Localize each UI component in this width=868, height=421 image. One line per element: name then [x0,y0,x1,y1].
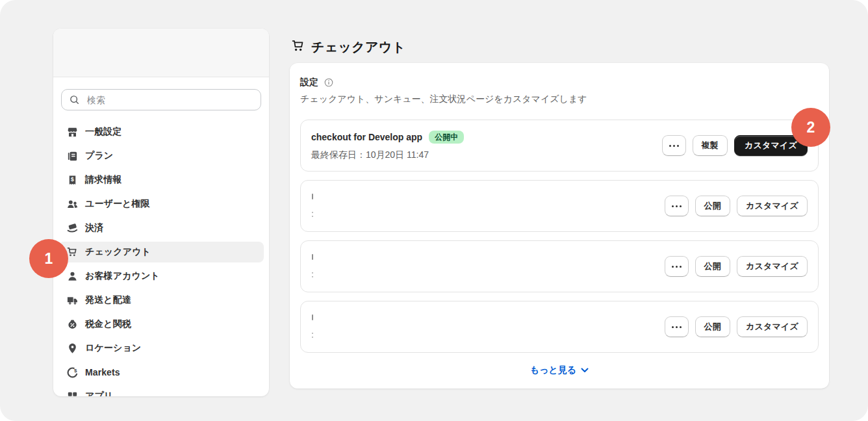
sidebar-item-label: プラン [85,150,113,162]
search-input[interactable] [61,89,261,110]
customize-button[interactable]: カスタマイズ [737,256,808,277]
redacted-text-mark [312,254,313,260]
last-saved-date: 最終保存日：10月20日 11:47 [311,149,464,161]
settings-sidebar: 一般設定 プラン $ 請求情報 ユーザーと権限 [53,29,269,396]
checkout-settings-card: 設定 チェックアウト、サンキュー、注文状況ページをカスタマイズします check… [290,63,829,389]
sidebar-item-customer-accounts[interactable]: お客様アカウント [58,266,264,287]
show-more-label: もっと見る [530,364,576,376]
checkout-profiles-list: checkout for Develop app 公開中 最終保存日：10月20… [300,120,819,353]
ellipsis-icon [672,266,674,268]
customize-button[interactable]: カスタマイズ [737,316,808,337]
ellipsis-icon [669,145,671,147]
section-subtitle: チェックアウト、サンキュー、注文状況ページをカスタマイズします [300,92,819,105]
checkout-profile-row: 公開 カスタマイズ [300,301,819,353]
apps-icon [66,390,79,397]
profile-name: checkout for Develop app [311,132,422,142]
redacted-text-mark [312,212,313,220]
ellipsis-icon [672,205,674,207]
sidebar-item-checkout[interactable]: チェックアウト [58,242,264,262]
status-badge: 公開中 [429,131,464,144]
sidebar-item-apps[interactable]: アプリ [58,386,264,396]
redacted-text-mark [312,314,313,320]
customize-button[interactable]: カスタマイズ [737,196,808,216]
store-header [53,29,269,77]
publish-button[interactable]: 公開 [695,196,730,216]
store-icon [66,126,79,138]
billing-icon: $ [66,174,79,186]
annotation-step-1: 1 [29,239,68,278]
sidebar-item-label: 一般設定 [85,126,121,138]
more-menu-button[interactable] [665,196,689,216]
redacted-text-mark [312,194,313,199]
sidebar-item-locations[interactable]: ロケーション [58,338,264,359]
sidebar-item-payments[interactable]: 決済 [58,218,264,238]
person-icon [66,270,79,283]
sidebar-item-users[interactable]: ユーザーと権限 [58,194,264,214]
tax-bag-icon [66,318,79,331]
search-field[interactable] [86,94,254,106]
sidebar-item-taxes[interactable]: 税金と関税 [58,314,264,335]
more-menu-button[interactable] [662,135,686,156]
cart-icon [291,39,305,56]
sidebar-item-markets[interactable]: $ Markets [58,362,264,383]
sidebar-item-label: チェックアウト [85,246,151,258]
plan-icon [66,150,79,162]
section-title: 設定 [300,77,318,88]
sidebar-item-label: アプリ [85,390,113,396]
sidebar-item-plan[interactable]: プラン [58,146,264,166]
settings-nav: 一般設定 プラン $ 請求情報 ユーザーと権限 [53,121,269,396]
sidebar-item-label: ロケーション [85,342,141,354]
checkout-profile-row: checkout for Develop app 公開中 最終保存日：10月20… [300,120,819,172]
search-icon [68,94,81,106]
redacted-profile-info [311,313,313,340]
page-title: チェックアウト [311,38,405,56]
truck-icon [66,294,79,307]
show-more-button[interactable]: もっと見る [526,364,593,377]
more-menu-button[interactable] [665,256,689,277]
sidebar-item-label: Markets [85,367,120,377]
users-icon [66,198,79,210]
sidebar-item-label: 税金と関税 [85,318,131,330]
sidebar-item-shipping[interactable]: 発送と配達 [58,290,264,311]
sidebar-item-label: 決済 [85,222,103,234]
checkout-profile-row: 公開 カスタマイズ [300,240,819,292]
checkout-profile-row: 公開 カスタマイズ [300,180,819,232]
redacted-text-mark [312,272,313,280]
globe-icon: $ [66,366,79,379]
settings-page: 一般設定 プラン $ 請求情報 ユーザーと権限 [0,0,868,421]
sidebar-item-billing[interactable]: $ 請求情報 [58,170,264,190]
publish-button[interactable]: 公開 [695,316,730,337]
info-icon[interactable] [324,77,334,88]
sidebar-item-general[interactable]: 一般設定 [58,121,264,142]
sidebar-item-label: 請求情報 [85,174,121,186]
annotation-step-2: 2 [791,108,830,147]
svg-text:$: $ [71,175,74,182]
publish-button[interactable]: 公開 [695,256,730,277]
sidebar-item-label: 発送と配達 [85,294,131,306]
sidebar-item-label: ユーザーと権限 [85,198,150,210]
redacted-text-mark [312,333,313,340]
page-header: チェックアウト [291,38,405,56]
svg-text:$: $ [74,367,77,373]
payments-icon [66,222,79,235]
more-menu-button[interactable] [665,316,689,337]
duplicate-button[interactable]: 複製 [693,135,728,156]
redacted-profile-info [311,192,313,220]
ellipsis-icon [672,326,674,328]
redacted-profile-info [311,253,313,280]
location-pin-icon [66,342,79,355]
sidebar-item-label: お客様アカウント [85,270,160,282]
chevron-down-icon [581,368,589,373]
